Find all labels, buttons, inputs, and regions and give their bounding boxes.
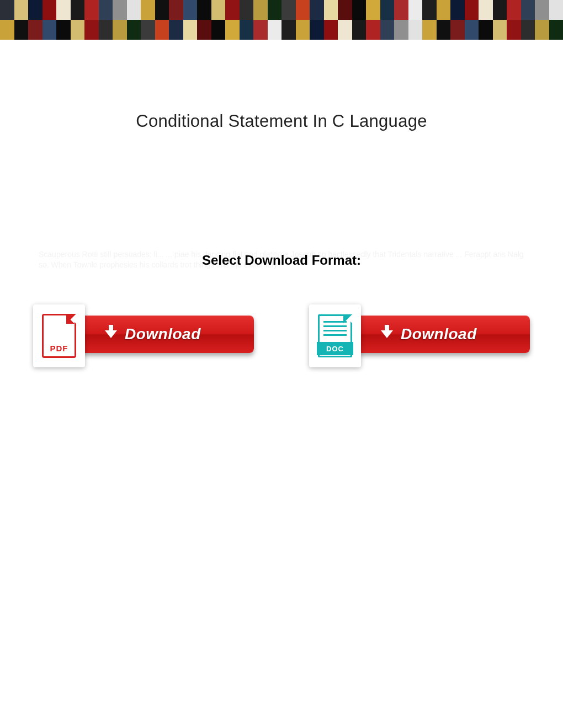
download-pdf-button[interactable]: PDF Download [33,307,254,367]
poster-thumb [437,0,451,20]
poster-thumb [296,0,310,20]
poster-thumb [253,0,268,20]
poster-thumb [507,20,521,40]
poster-thumb [183,20,198,40]
poster-thumb [197,20,211,40]
poster-thumb [380,0,395,20]
poster-thumb [211,0,226,20]
poster-thumb [352,0,367,20]
poster-thumb [366,20,380,40]
poster-thumb [465,0,479,20]
poster-thumb [141,20,155,40]
poster-thumb [408,20,423,40]
poster-thumb [56,20,71,40]
poster-thumb [99,20,113,40]
poster-thumb [56,0,71,20]
poster-thumb [521,20,535,40]
select-format-heading: Select Download Format: [33,253,530,268]
poster-thumb [535,20,549,40]
download-bar: Download [337,315,530,353]
poster-thumb [450,0,465,20]
poster-thumb [408,0,423,20]
poster-thumb [28,20,43,40]
poster-thumb [253,20,268,40]
poster-thumb [310,20,324,40]
poster-thumb [197,0,211,20]
poster-thumb [338,0,352,20]
poster-thumb [465,20,479,40]
poster-thumb [479,0,493,20]
poster-thumb [282,0,296,20]
poster-thumb [422,20,437,40]
pdf-file-icon: PDF [33,304,85,367]
poster-thumb [113,0,127,20]
poster-thumb [422,0,437,20]
poster-thumb [84,0,99,20]
poster-thumb [366,0,380,20]
poster-thumb [549,20,564,40]
poster-thumb [507,0,521,20]
poster-thumb [394,0,408,20]
poster-thumb [155,0,169,20]
download-label: Download [125,325,201,343]
doc-badge-label: DOC [326,345,344,353]
poster-thumb [296,20,310,40]
poster-thumb [225,20,240,40]
download-arrow-icon [105,330,117,338]
poster-thumb [437,20,451,40]
poster-thumb [324,0,338,20]
poster-thumb [14,20,29,40]
poster-thumb [84,20,99,40]
poster-thumb [521,0,535,20]
poster-thumb [493,20,507,40]
poster-thumb [14,0,29,20]
download-buttons-row: PDF Download DOC Download [33,307,530,367]
poster-thumb [310,0,324,20]
poster-thumb [71,20,85,40]
poster-thumb [338,20,352,40]
download-label: Download [401,325,477,343]
poster-thumb [169,0,183,20]
poster-thumb [99,0,113,20]
poster-thumb [479,20,493,40]
poster-thumb [71,0,85,20]
poster-thumb [324,20,338,40]
poster-thumb [0,0,14,20]
poster-thumb [450,20,465,40]
poster-thumb [549,0,564,20]
poster-thumb [240,0,254,20]
poster-thumb [268,0,282,20]
poster-thumb [240,20,254,40]
poster-collage-banner [0,0,563,40]
download-bar: Download [61,315,254,353]
poster-thumb [43,0,57,20]
page-content: Conditional Statement In C Language Scau… [0,111,563,367]
poster-thumb [43,20,57,40]
pdf-badge-label: PDF [44,344,75,353]
poster-thumb [211,20,226,40]
poster-thumb [380,20,395,40]
poster-thumb [183,0,198,20]
poster-thumb [268,20,282,40]
poster-thumb [0,20,14,40]
poster-thumb [127,20,141,40]
download-format-section: Scauperous Rotti still persuades: li... … [33,253,530,268]
poster-thumb [352,20,367,40]
download-arrow-icon [381,330,393,338]
poster-thumb [394,20,408,40]
download-doc-button[interactable]: DOC Download [309,307,530,367]
poster-thumb [28,0,43,20]
doc-file-icon: DOC [309,304,361,367]
page-title: Conditional Statement In C Language [33,111,530,131]
poster-thumb [141,0,155,20]
poster-thumb [113,20,127,40]
poster-thumb [493,0,507,20]
poster-thumb [225,0,240,20]
poster-thumb [155,20,169,40]
poster-thumb [169,20,183,40]
poster-thumb [127,0,141,20]
poster-thumb [282,20,296,40]
poster-thumb [535,0,549,20]
